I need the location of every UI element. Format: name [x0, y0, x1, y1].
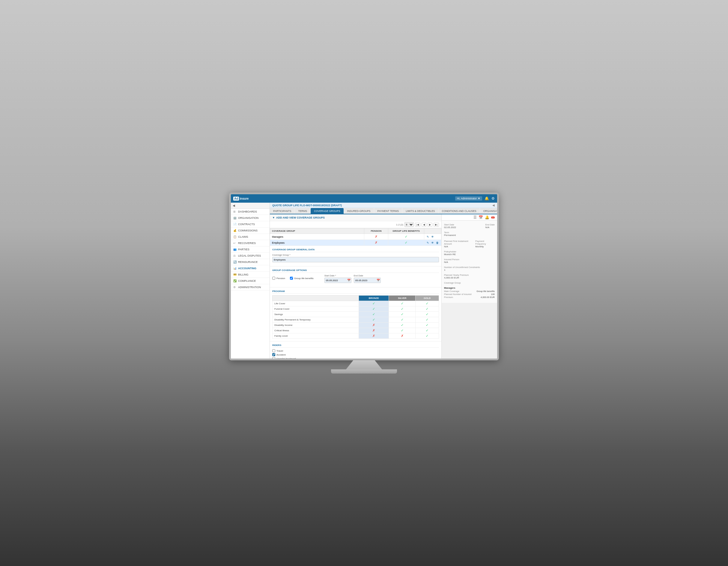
sidebar-toggle[interactable]: ◀: [231, 203, 270, 209]
tab-coverage-groups[interactable]: COVERAGE GROUPS: [311, 208, 343, 214]
sidebar-item-label: ADMINISTRATION: [238, 286, 261, 289]
check-icon: ✅: [233, 279, 237, 282]
sidebar: ◀ ⊞ DASHBOARDS 🏢 ORGANISATION 📄 CONTRACT…: [231, 203, 270, 359]
sidebar-item-reinsurance[interactable]: 🔄 REINSURANCE: [231, 259, 270, 265]
top-nav-right: Hi, Administrator ▼ 🔔 ⚙: [455, 196, 495, 201]
tab-conditions-clauses[interactable]: CONDITIONS AND CLAUSES: [439, 208, 480, 214]
tab-payment-terms[interactable]: PAYMENT TERMS: [374, 208, 402, 214]
table-row[interactable]: Managers ✗ ✓ ✎ 👁: [270, 234, 441, 240]
sidebar-item-organisation[interactable]: 🏢 ORGANISATION: [231, 215, 270, 221]
sidebar-item-legal-disputes[interactable]: ⚖ LEGAL DISPUTES: [231, 253, 270, 259]
pager-next-button[interactable]: ▶: [428, 223, 432, 227]
money-icon: 💰: [233, 229, 237, 232]
group-coverage-options-section: GROUP COVERAGE OPTIONS Pension Group lif…: [270, 267, 441, 287]
grid-icon: ⊞: [233, 210, 237, 213]
sidebar-item-label: RECOVERIES: [238, 242, 256, 245]
people-icon: 👥: [233, 248, 237, 251]
sidebar-item-administration[interactable]: ⚙ ADMINISTRATION: [231, 284, 270, 290]
cross-icon: ✗: [372, 329, 375, 332]
coverage-group-input[interactable]: [272, 257, 439, 262]
building-icon: 🏢: [233, 216, 237, 219]
prog-bronze-cell: ✓: [359, 306, 389, 312]
tab-insured-groups[interactable]: INSURED-GROUPS: [344, 208, 374, 214]
col-actions: [424, 228, 441, 234]
hospital-label: Hospital treatment: [276, 357, 296, 359]
breadcrumb-close-button[interactable]: ◀: [492, 204, 495, 207]
check-icon: ✓: [401, 312, 404, 316]
sidebar-item-dashboards[interactable]: ⊞ DASHBOARDS: [231, 209, 270, 215]
travel-checkbox[interactable]: [272, 349, 275, 352]
prog-silver-cell: ✓: [389, 312, 416, 317]
tab-organisation[interactable]: ORGANISATION: [480, 208, 497, 214]
sidebar-item-claims[interactable]: 📋 CLAIMS: [231, 234, 270, 240]
settings-icon[interactable]: ⚙: [491, 196, 495, 201]
prog-bronze-cell: ✓: [359, 312, 389, 317]
check-icon: ✓: [405, 241, 407, 244]
general-data-title: COVERAGE GROUP GENERAL DATA: [272, 248, 439, 252]
view-row-button[interactable]: 👁: [431, 241, 434, 245]
coverage-groups-table: COVERAGE GROUP PENSION GROUP LIFE BENEFI…: [270, 228, 441, 246]
edit-row-button[interactable]: ✎: [426, 241, 430, 245]
tab-terms[interactable]: TERMS: [295, 208, 310, 214]
user-menu-button[interactable]: Hi, Administrator ▼: [455, 196, 482, 201]
pension-checkbox[interactable]: [272, 277, 275, 280]
payment-freq-value: Monthly: [475, 245, 495, 248]
table-row: Savings ✓ ✓ ✓: [273, 312, 439, 317]
check-icon: ✓: [372, 302, 375, 305]
check-icon: ✓: [401, 307, 404, 311]
premium-value: 4,000.00 EUR: [481, 296, 495, 299]
sidebar-item-accounting[interactable]: 📊 ACCOUNTING: [231, 265, 270, 272]
row-actions-cell: ✎ 👁: [424, 234, 441, 240]
prog-bronze-cell: ✗: [359, 328, 389, 333]
insured-person-value: N/A: [444, 261, 495, 264]
right-panel: Start Date 02.05.2022 End Date N/A: [442, 221, 497, 303]
end-date-label: End Date: [354, 274, 381, 277]
sidebar-item-parties[interactable]: 👥 PARTIES: [231, 246, 270, 253]
bell-header-icon[interactable]: 🔔: [485, 215, 489, 219]
tab-participants[interactable]: PARTICIPANTS: [270, 208, 294, 214]
prog-bronze-cell: ✗: [359, 323, 389, 328]
managers-title: Managers: [444, 287, 495, 289]
sidebar-item-compliance[interactable]: ✅ COMPLIANCE: [231, 278, 270, 284]
tab-limits-deductibles[interactable]: LIMITS & DEDUCTIBLES: [402, 208, 438, 214]
sidebar-item-label: DASHBOARDS: [238, 210, 257, 213]
pager-first-button[interactable]: |◀: [415, 223, 420, 227]
clipboard-icon: 📋: [233, 235, 237, 238]
bell-icon[interactable]: 🔔: [485, 196, 489, 201]
prog-row-name: Funeral Cover: [273, 306, 359, 312]
pension-checkbox-row: Pension: [272, 277, 285, 280]
calendar-header-icon[interactable]: 📅: [479, 215, 483, 219]
col-group-life: GROUP LIFE BENEFITS: [388, 228, 424, 234]
planned-yearly-section: Planned Yearly Premium 4,000.00 EUR: [444, 274, 495, 279]
prog-row-name: Savings: [273, 312, 359, 317]
table-row: Critical Illness ✗ ✓ ✓: [273, 328, 439, 333]
sidebar-item-billing[interactable]: 💳 BILLING: [231, 272, 270, 278]
sidebar-item-contracts[interactable]: 📄 CONTRACTS: [231, 221, 270, 228]
menu-icon[interactable]: ☰: [473, 215, 477, 219]
coverage-group-label: Coverage Group *: [272, 254, 439, 256]
accident-checkbox[interactable]: [272, 353, 275, 356]
logo-ad: Ad: [233, 197, 239, 201]
prog-gold-cell: ✓: [416, 333, 439, 339]
check-icon: ✓: [401, 323, 404, 327]
view-row-button[interactable]: 👁: [431, 235, 434, 239]
planned-first-label: Planned First Instalment Amount: [444, 240, 475, 245]
planned-number-row: Planned Number of insured 100: [444, 293, 495, 296]
delete-row-button[interactable]: 🗑: [435, 241, 439, 245]
planned-yearly-label: Planned Yearly Premium: [444, 274, 495, 276]
coverage-groups-section-header[interactable]: ▼ ADD AND VIEW COVERAGE GROUPS: [270, 214, 441, 221]
sidebar-item-recoveries[interactable]: ↩ RECOVERIES: [231, 240, 270, 246]
program-table: BRONZE SILVER GOLD Life Cover ✓: [272, 295, 439, 339]
calendar-icon: 📅: [347, 279, 351, 282]
planned-yearly-value: 4,000.00 EUR: [444, 276, 495, 279]
per-page-select[interactable]: 5 10: [404, 222, 414, 227]
group-life-checkbox[interactable]: [290, 277, 293, 280]
hospital-checkbox[interactable]: [272, 357, 275, 359]
sidebar-item-commissions[interactable]: 💰 COMMISSIONS: [231, 228, 270, 234]
pager-last-button[interactable]: ▶|: [434, 223, 439, 227]
check-icon: ✓: [426, 329, 428, 332]
pager-prev-button[interactable]: ◀: [422, 223, 426, 227]
prog-gold-cell: ✓: [416, 312, 439, 317]
edit-row-button[interactable]: ✎: [426, 235, 430, 239]
table-row[interactable]: Employees ✗ ✓ ✎ 👁 🗑: [270, 240, 441, 246]
